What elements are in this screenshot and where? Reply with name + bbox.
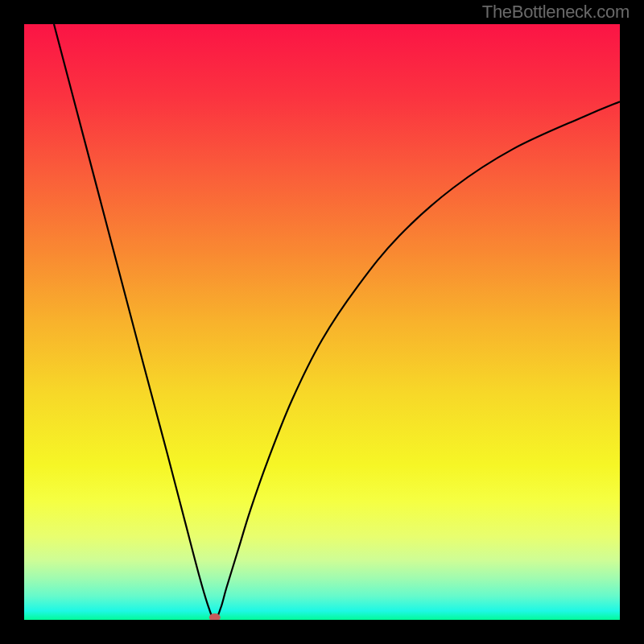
chart-curve (24, 24, 620, 620)
watermark-text: TheBottleneck.com (482, 2, 630, 23)
bottleneck-curve-path (54, 24, 620, 620)
chart-plot-area (24, 24, 620, 620)
